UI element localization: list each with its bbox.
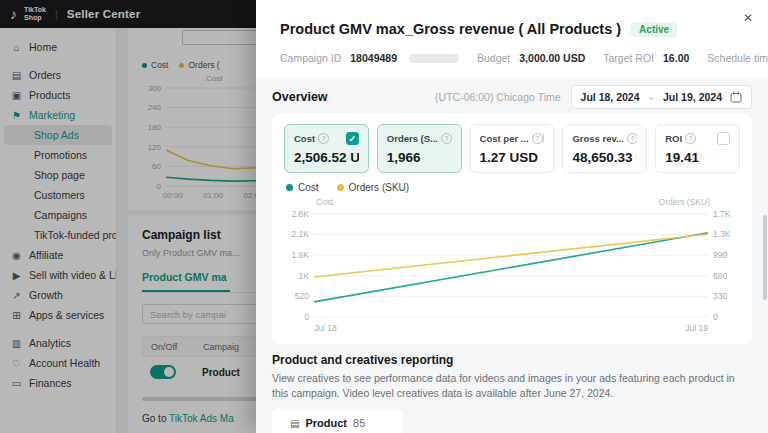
timezone-label: (UTC-06:00) Chicago Time	[435, 91, 560, 103]
info-value: 16.00	[663, 52, 689, 64]
info-label: Schedule time	[707, 52, 768, 64]
info-tooltip-icon[interactable]: ?	[532, 133, 543, 144]
right-axis-title: Orders (SKU)	[659, 197, 710, 207]
info-label: Campaign ID	[280, 52, 341, 64]
svg-text:330: 330	[713, 291, 727, 301]
svg-text:990: 990	[713, 250, 727, 260]
metric-checkbox[interactable]: ✓	[346, 132, 359, 145]
campaign-title: Product GMV max_Gross revenue ( All Prod…	[280, 21, 621, 37]
date-start: Jul 18, 2024	[581, 91, 640, 103]
svg-text:Jul 19: Jul 19	[685, 323, 708, 333]
date-end: Jul 19, 2024	[663, 91, 722, 103]
campaign-info-row: Campaign ID18049489Budget3,000.00 USDTar…	[280, 52, 744, 64]
redacted-value	[409, 54, 459, 63]
overview-title: Overview	[272, 90, 435, 104]
drawer-header: ✕ Product GMV max_Gross revenue ( All Pr…	[256, 0, 768, 79]
left-axis-title: Cost	[316, 197, 333, 207]
info-tooltip-icon[interactable]: ?	[627, 133, 637, 144]
info-tooltip-icon[interactable]: ?	[441, 133, 452, 144]
svg-text:660: 660	[713, 271, 727, 281]
info-budget: Budget3,000.00 USD	[477, 52, 585, 64]
metric-card-cost[interactable]: Cost?✓2,506.52 USD	[284, 124, 369, 173]
metric-label: Orders (S...	[387, 133, 438, 144]
reporting-description: View creatives to see performance data f…	[272, 371, 752, 401]
metric-value: 19.41	[665, 150, 730, 165]
metric-value: 2,506.52 USD	[294, 150, 359, 165]
svg-text:2.1K: 2.1K	[292, 229, 310, 239]
metric-cards-row: Cost?✓2,506.52 USDOrders (S...?✓1,966Cos…	[284, 124, 740, 173]
svg-text:1K: 1K	[299, 271, 310, 281]
metric-value: 1.27 USD	[480, 150, 545, 165]
date-range-picker[interactable]: Jul 18, 2024 - Jul 19, 2024	[571, 85, 752, 109]
reporting-title: Product and creatives reporting	[272, 353, 752, 367]
svg-text:1.7K: 1.7K	[713, 209, 731, 219]
drawer-body: Overview (UTC-06:00) Chicago Time Jul 18…	[256, 79, 768, 433]
svg-text:0: 0	[713, 312, 718, 322]
metric-card-cost-per[interactable]: Cost per ...?1.27 USD	[470, 124, 555, 173]
svg-text:0: 0	[304, 312, 309, 322]
info-label: Target ROI	[603, 52, 654, 64]
overview-line-chart: 2.6K1.7K2.1K1.3K1.6K9901K66052033000Jul …	[284, 208, 740, 334]
metric-card-orders-s[interactable]: Orders (S...?✓1,966	[377, 124, 462, 173]
chart-legend: Cost Orders (SKU)	[286, 182, 738, 193]
metric-value: 1,966	[387, 150, 452, 165]
svg-text:2.6K: 2.6K	[292, 209, 310, 219]
metric-label: Cost	[294, 133, 315, 144]
info-label: Budget	[477, 52, 510, 64]
orders-dot-icon	[337, 184, 344, 191]
info-tooltip-icon[interactable]: ?	[318, 133, 329, 144]
svg-text:1.3K: 1.3K	[713, 229, 731, 239]
info-campaign-id: Campaign ID18049489	[280, 52, 459, 64]
tab-product[interactable]: ▤ Product 85	[272, 409, 403, 433]
cost-dot-icon	[286, 184, 293, 191]
metric-checkbox[interactable]	[717, 132, 730, 145]
overview-panel: Cost?✓2,506.52 USDOrders (S...?✓1,966Cos…	[272, 114, 752, 344]
close-icon[interactable]: ✕	[743, 12, 753, 24]
overview-header-row: Overview (UTC-06:00) Chicago Time Jul 18…	[256, 79, 768, 114]
calendar-icon	[730, 91, 742, 103]
product-count: 85	[353, 417, 365, 429]
vertical-scrollbar-thumb[interactable]	[763, 215, 767, 300]
info-target-roi: Target ROI16.00	[603, 52, 689, 64]
svg-text:1.6K: 1.6K	[292, 250, 310, 260]
info-schedule-time: Schedule time2024-07-18 15:09:28	[707, 52, 768, 64]
legend-item-cost[interactable]: Cost	[286, 182, 319, 193]
reporting-section: Product and creatives reporting View cre…	[256, 344, 768, 433]
date-separator: -	[650, 91, 654, 103]
metric-label: Cost per ...	[480, 133, 529, 144]
svg-text:520: 520	[295, 291, 309, 301]
svg-text:Jul 18: Jul 18	[314, 323, 337, 333]
product-box-icon: ▤	[290, 418, 299, 429]
info-value: 3,000.00 USD	[519, 52, 585, 64]
status-badge: Active	[631, 22, 677, 37]
metric-card-gross-rev[interactable]: Gross rev...?48,650.33 U...	[562, 124, 647, 173]
metric-card-roi[interactable]: ROI?19.41	[655, 124, 740, 173]
info-tooltip-icon[interactable]: ?	[685, 133, 696, 144]
axis-titles: Cost Orders (SKU)	[316, 197, 710, 207]
campaign-detail-drawer: ✕ Product GMV max_Gross revenue ( All Pr…	[256, 0, 768, 433]
metric-checkbox[interactable]	[543, 132, 545, 145]
metric-label: Gross rev...	[572, 133, 624, 144]
metric-label: ROI	[665, 133, 682, 144]
info-value: 18049489	[350, 52, 397, 64]
metric-value: 48,650.33 U...	[572, 150, 637, 165]
legend-item-orders-sku[interactable]: Orders (SKU)	[337, 182, 410, 193]
